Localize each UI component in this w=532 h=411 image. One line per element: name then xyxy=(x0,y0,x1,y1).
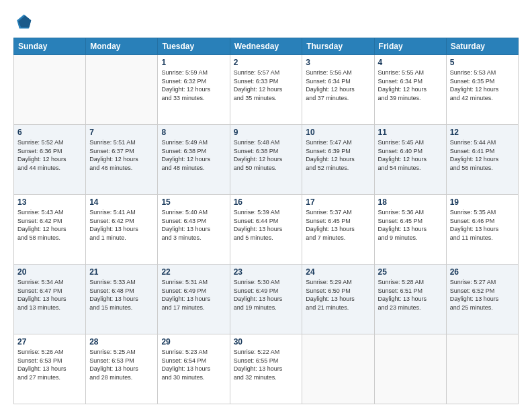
day-info: Sunrise: 5:41 AM Sunset: 6:42 PM Dayligh… xyxy=(89,208,154,242)
weekday-header-friday: Friday xyxy=(374,38,446,55)
day-info: Sunrise: 5:49 AM Sunset: 6:38 PM Dayligh… xyxy=(161,138,226,172)
calendar-cell: 9Sunrise: 5:48 AM Sunset: 6:38 PM Daylig… xyxy=(230,125,302,195)
day-number: 22 xyxy=(161,267,226,277)
day-info: Sunrise: 5:27 AM Sunset: 6:52 PM Dayligh… xyxy=(450,278,515,312)
day-number: 19 xyxy=(450,197,515,207)
day-info: Sunrise: 5:59 AM Sunset: 6:32 PM Dayligh… xyxy=(161,68,226,102)
day-info: Sunrise: 5:34 AM Sunset: 6:47 PM Dayligh… xyxy=(17,278,82,312)
calendar-cell: 16Sunrise: 5:39 AM Sunset: 6:44 PM Dayli… xyxy=(230,195,302,265)
day-number: 10 xyxy=(306,128,370,137)
week-row-4: 20Sunrise: 5:34 AM Sunset: 6:47 PM Dayli… xyxy=(14,265,519,334)
day-number: 2 xyxy=(234,58,299,67)
calendar-cell xyxy=(446,334,518,404)
calendar-cell: 5Sunrise: 5:53 AM Sunset: 6:35 PM Daylig… xyxy=(446,55,518,125)
day-info: Sunrise: 5:55 AM Sunset: 6:34 PM Dayligh… xyxy=(378,68,443,102)
calendar-cell: 17Sunrise: 5:37 AM Sunset: 6:45 PM Dayli… xyxy=(302,195,374,265)
calendar-cell xyxy=(374,334,446,404)
calendar-cell: 12Sunrise: 5:44 AM Sunset: 6:41 PM Dayli… xyxy=(446,125,518,195)
day-info: Sunrise: 5:43 AM Sunset: 6:42 PM Dayligh… xyxy=(17,208,82,242)
calendar-cell: 25Sunrise: 5:28 AM Sunset: 6:51 PM Dayli… xyxy=(374,265,446,334)
calendar-cell: 6Sunrise: 5:52 AM Sunset: 6:36 PM Daylig… xyxy=(14,125,86,195)
day-number: 4 xyxy=(378,58,443,67)
week-row-2: 6Sunrise: 5:52 AM Sunset: 6:36 PM Daylig… xyxy=(14,125,519,195)
calendar-cell: 27Sunrise: 5:26 AM Sunset: 6:53 PM Dayli… xyxy=(14,334,86,404)
calendar-cell: 2Sunrise: 5:57 AM Sunset: 6:33 PM Daylig… xyxy=(230,55,302,125)
day-info: Sunrise: 5:51 AM Sunset: 6:37 PM Dayligh… xyxy=(89,138,154,172)
weekday-header-row: SundayMondayTuesdayWednesdayThursdayFrid… xyxy=(14,38,519,55)
day-info: Sunrise: 5:30 AM Sunset: 6:49 PM Dayligh… xyxy=(234,278,299,312)
day-info: Sunrise: 5:28 AM Sunset: 6:51 PM Dayligh… xyxy=(378,278,443,312)
calendar-cell xyxy=(302,334,374,404)
day-number: 17 xyxy=(306,197,370,207)
calendar-cell: 1Sunrise: 5:59 AM Sunset: 6:32 PM Daylig… xyxy=(158,55,230,125)
calendar-cell: 29Sunrise: 5:23 AM Sunset: 6:54 PM Dayli… xyxy=(158,334,230,404)
calendar-cell: 28Sunrise: 5:25 AM Sunset: 6:53 PM Dayli… xyxy=(86,334,158,404)
day-number: 7 xyxy=(89,128,154,137)
day-info: Sunrise: 5:56 AM Sunset: 6:34 PM Dayligh… xyxy=(306,68,370,102)
calendar-cell: 14Sunrise: 5:41 AM Sunset: 6:42 PM Dayli… xyxy=(86,195,158,265)
calendar-cell: 21Sunrise: 5:33 AM Sunset: 6:48 PM Dayli… xyxy=(86,265,158,334)
day-number: 27 xyxy=(17,337,82,347)
day-info: Sunrise: 5:48 AM Sunset: 6:38 PM Dayligh… xyxy=(234,138,299,172)
day-number: 14 xyxy=(89,197,154,207)
day-info: Sunrise: 5:47 AM Sunset: 6:39 PM Dayligh… xyxy=(306,138,370,172)
page: SundayMondayTuesdayWednesdayThursdayFrid… xyxy=(0,0,532,411)
logo xyxy=(13,12,35,31)
day-number: 29 xyxy=(161,337,226,347)
week-row-5: 27Sunrise: 5:26 AM Sunset: 6:53 PM Dayli… xyxy=(14,334,519,404)
calendar-cell: 7Sunrise: 5:51 AM Sunset: 6:37 PM Daylig… xyxy=(86,125,158,195)
day-info: Sunrise: 5:23 AM Sunset: 6:54 PM Dayligh… xyxy=(161,348,226,381)
day-number: 30 xyxy=(234,337,299,347)
calendar-cell: 20Sunrise: 5:34 AM Sunset: 6:47 PM Dayli… xyxy=(14,265,86,334)
day-number: 6 xyxy=(17,128,82,137)
weekday-header-tuesday: Tuesday xyxy=(158,38,230,55)
calendar-cell: 8Sunrise: 5:49 AM Sunset: 6:38 PM Daylig… xyxy=(158,125,230,195)
day-info: Sunrise: 5:25 AM Sunset: 6:53 PM Dayligh… xyxy=(89,348,154,381)
day-number: 16 xyxy=(234,197,299,207)
calendar-cell: 23Sunrise: 5:30 AM Sunset: 6:49 PM Dayli… xyxy=(230,265,302,334)
day-info: Sunrise: 5:26 AM Sunset: 6:53 PM Dayligh… xyxy=(17,348,82,381)
weekday-header-wednesday: Wednesday xyxy=(230,38,302,55)
day-number: 8 xyxy=(161,128,226,137)
calendar-cell: 15Sunrise: 5:40 AM Sunset: 6:43 PM Dayli… xyxy=(158,195,230,265)
day-info: Sunrise: 5:31 AM Sunset: 6:49 PM Dayligh… xyxy=(161,278,226,312)
day-number: 23 xyxy=(234,267,299,277)
calendar-table: SundayMondayTuesdayWednesdayThursdayFrid… xyxy=(13,38,519,404)
day-number: 21 xyxy=(89,267,154,277)
weekday-header-sunday: Sunday xyxy=(14,38,86,55)
day-number: 20 xyxy=(17,267,82,277)
day-number: 11 xyxy=(378,128,443,137)
day-number: 28 xyxy=(89,337,154,347)
logo-icon xyxy=(13,12,32,31)
day-info: Sunrise: 5:22 AM Sunset: 6:55 PM Dayligh… xyxy=(234,348,299,381)
calendar-cell xyxy=(86,55,158,125)
calendar-cell: 4Sunrise: 5:55 AM Sunset: 6:34 PM Daylig… xyxy=(374,55,446,125)
calendar-cell: 26Sunrise: 5:27 AM Sunset: 6:52 PM Dayli… xyxy=(446,265,518,334)
calendar-cell: 3Sunrise: 5:56 AM Sunset: 6:34 PM Daylig… xyxy=(302,55,374,125)
day-info: Sunrise: 5:52 AM Sunset: 6:36 PM Dayligh… xyxy=(17,138,82,172)
day-info: Sunrise: 5:40 AM Sunset: 6:43 PM Dayligh… xyxy=(161,208,226,242)
day-number: 1 xyxy=(161,58,226,67)
day-info: Sunrise: 5:57 AM Sunset: 6:33 PM Dayligh… xyxy=(234,68,299,102)
header xyxy=(13,12,519,31)
day-info: Sunrise: 5:39 AM Sunset: 6:44 PM Dayligh… xyxy=(234,208,299,242)
day-number: 13 xyxy=(17,197,82,207)
day-number: 12 xyxy=(450,128,515,137)
calendar-cell: 19Sunrise: 5:35 AM Sunset: 6:46 PM Dayli… xyxy=(446,195,518,265)
day-number: 3 xyxy=(306,58,370,67)
week-row-1: 1Sunrise: 5:59 AM Sunset: 6:32 PM Daylig… xyxy=(14,55,519,125)
calendar-cell: 13Sunrise: 5:43 AM Sunset: 6:42 PM Dayli… xyxy=(14,195,86,265)
day-info: Sunrise: 5:29 AM Sunset: 6:50 PM Dayligh… xyxy=(306,278,370,312)
calendar-cell: 10Sunrise: 5:47 AM Sunset: 6:39 PM Dayli… xyxy=(302,125,374,195)
calendar-cell: 11Sunrise: 5:45 AM Sunset: 6:40 PM Dayli… xyxy=(374,125,446,195)
day-info: Sunrise: 5:53 AM Sunset: 6:35 PM Dayligh… xyxy=(450,68,515,102)
calendar-cell xyxy=(14,55,86,125)
day-info: Sunrise: 5:37 AM Sunset: 6:45 PM Dayligh… xyxy=(306,208,370,242)
weekday-header-thursday: Thursday xyxy=(302,38,374,55)
day-info: Sunrise: 5:45 AM Sunset: 6:40 PM Dayligh… xyxy=(378,138,443,172)
weekday-header-saturday: Saturday xyxy=(446,38,518,55)
day-info: Sunrise: 5:35 AM Sunset: 6:46 PM Dayligh… xyxy=(450,208,515,242)
day-number: 5 xyxy=(450,58,515,67)
day-number: 25 xyxy=(378,267,443,277)
week-row-3: 13Sunrise: 5:43 AM Sunset: 6:42 PM Dayli… xyxy=(14,195,519,265)
